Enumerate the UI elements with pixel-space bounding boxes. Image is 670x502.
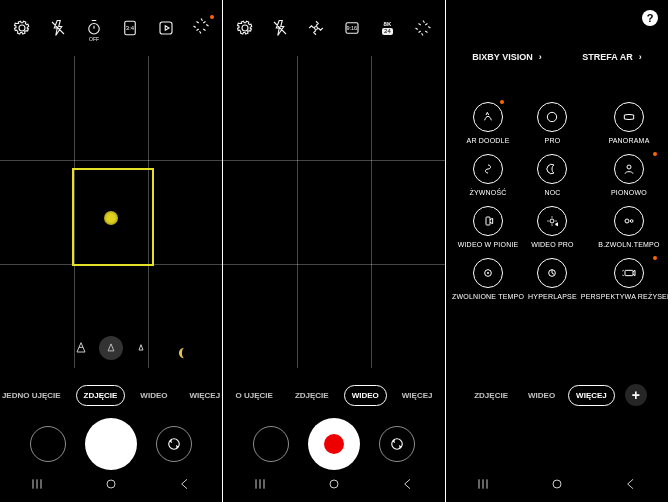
mode-item-wideo-pro[interactable]: WIDEO PRO [528, 206, 577, 248]
settings-icon[interactable] [235, 18, 255, 38]
mode-item-label: HYPERLAPSE [528, 293, 577, 300]
switch-camera-button[interactable] [156, 426, 192, 462]
nav-back-icon[interactable] [623, 476, 639, 496]
mode-item-label: PERSPEKTYWA REŻYSERA [581, 293, 670, 300]
gallery-thumbnail[interactable] [253, 426, 289, 462]
filters-icon[interactable] [413, 18, 433, 38]
svg-point-18 [553, 480, 561, 488]
shutter-row [223, 418, 445, 470]
svg-point-15 [487, 272, 489, 274]
mode-icon [614, 258, 644, 288]
help-icon[interactable]: ? [642, 10, 658, 26]
timer-icon[interactable]: OFF [84, 18, 104, 38]
link-ar-zone[interactable]: STREFA AR › [582, 52, 641, 62]
ratio-icon[interactable]: 9:16 [342, 18, 362, 38]
flash-off-icon[interactable] [270, 18, 290, 38]
super-steady-icon[interactable] [306, 18, 326, 38]
mode-item-label: B.ZWOLN.TEMPO [598, 241, 659, 248]
mode-item-noc[interactable]: NOC [528, 154, 577, 196]
zoom-ultrawide-icon[interactable] [73, 340, 89, 356]
mode-selector[interactable]: O UJĘCIE ZDJĘCIE WIDEO WIĘCEJ [223, 385, 445, 406]
link-label: STREFA AR [582, 52, 632, 62]
switch-camera-button[interactable] [379, 426, 415, 462]
mode-more[interactable]: WIĘCEJ [568, 385, 615, 406]
motion-photo-icon[interactable] [156, 18, 176, 38]
ratio-icon[interactable]: 3:4 [120, 18, 140, 38]
record-button[interactable] [308, 418, 360, 470]
shutter-button[interactable] [85, 418, 137, 470]
zoom-wide-icon[interactable] [99, 336, 123, 360]
mode-item-label: PANORAMA [608, 137, 649, 144]
mode-item-label: AR DOODLE [467, 137, 510, 144]
nav-home-icon[interactable] [103, 476, 119, 496]
link-label: BIXBY VISION [472, 52, 532, 62]
nav-recents-icon[interactable] [475, 476, 491, 496]
mode-photo[interactable]: ZDJĘCIE [288, 386, 336, 405]
viewfinder[interactable] [0, 56, 222, 368]
mode-single-take[interactable]: O UJĘCIE [229, 386, 280, 405]
mode-item-label: ŻYWNOŚĆ [469, 189, 506, 196]
focus-point [104, 211, 118, 225]
mode-icon [473, 258, 503, 288]
nav-home-icon[interactable] [326, 476, 342, 496]
link-bixby-vision[interactable]: BIXBY VISION › [472, 52, 541, 62]
gallery-thumbnail[interactable] [30, 426, 66, 462]
mode-video[interactable]: WIDEO [344, 385, 387, 406]
header-links: BIXBY VISION › STREFA AR › [446, 34, 668, 68]
chevron-right-icon: › [639, 52, 642, 62]
settings-icon[interactable] [12, 18, 32, 38]
camera-more-screen: ? BIXBY VISION › STREFA AR › AR DOODLEPR… [446, 0, 669, 502]
mode-item-label: WIDEO W PIONIE [458, 241, 519, 248]
mode-selector[interactable]: JEDNO UJĘCIE ZDJĘCIE WIDEO WIĘCEJ [0, 385, 222, 406]
nav-back-icon[interactable] [400, 476, 416, 496]
mode-photo[interactable]: ZDJĘCIE [467, 386, 515, 405]
mode-icon [537, 154, 567, 184]
mode-item-wideo-w-pionie[interactable]: WIDEO W PIONIE [452, 206, 524, 248]
top-toolbar: 9:16 8K 24 [223, 0, 445, 56]
camera-photo-screen: OFF 3:4 JEDNO UJĘCIE ZDJĘCIE WIDEO WIĘCE… [0, 0, 223, 502]
add-mode-button[interactable]: + [625, 384, 647, 406]
zoom-tele-icon[interactable] [133, 340, 149, 356]
nav-recents-icon[interactable] [252, 476, 268, 496]
nav-bar [446, 474, 668, 498]
svg-point-13 [630, 220, 633, 223]
nav-home-icon[interactable] [549, 476, 565, 496]
mode-video[interactable]: WIDEO [133, 386, 174, 405]
mode-item-hyperlapse[interactable]: HYPERLAPSE [528, 258, 577, 300]
resolution-label: 8K [384, 21, 392, 28]
camera-video-screen: 9:16 8K 24 O UJĘCIE ZDJĘCIE WIDEO WIĘCEJ [223, 0, 446, 502]
mode-item--ywno-[interactable]: ŻYWNOŚĆ [452, 154, 524, 196]
fps-label: 24 [382, 28, 393, 35]
svg-point-8 [330, 480, 338, 488]
mode-item-label: PRO [545, 137, 561, 144]
nav-back-icon[interactable] [177, 476, 193, 496]
mode-selector[interactable]: ZDJĘCIE WIDEO WIĘCEJ + [446, 384, 668, 406]
mode-icon [537, 102, 567, 132]
filters-icon[interactable] [192, 17, 210, 39]
mode-item-perspektywa-re-ysera[interactable]: PERSPEKTYWA REŻYSERA [581, 258, 670, 300]
ratio-label: 3:4 [126, 25, 134, 31]
mode-icon [614, 154, 644, 184]
svg-rect-10 [486, 217, 490, 225]
mode-photo[interactable]: ZDJĘCIE [76, 385, 126, 406]
mode-single-take[interactable]: JEDNO UJĘCIE [0, 386, 68, 405]
mode-item-panorama[interactable]: PANORAMA [581, 102, 670, 144]
nav-recents-icon[interactable] [29, 476, 45, 496]
mode-item-pionowo[interactable]: PIONOWO [581, 154, 670, 196]
mode-item-zwolnione-tempo[interactable]: ZWOLNIONE TEMPO [452, 258, 524, 300]
viewfinder[interactable] [223, 56, 445, 368]
mode-item-label: NOC [544, 189, 560, 196]
svg-point-5 [315, 27, 318, 30]
modes-grid: AR DOODLEPROPANORAMAŻYWNOŚĆNOCPIONOWOWID… [446, 92, 668, 310]
flash-off-icon[interactable] [48, 18, 68, 38]
mode-icon [614, 206, 644, 236]
resolution-icon[interactable]: 8K 24 [377, 18, 397, 38]
mode-item-label: ZWOLNIONE TEMPO [452, 293, 524, 300]
mode-item-ar-doodle[interactable]: AR DOODLE [452, 102, 524, 144]
svg-rect-17 [625, 270, 633, 275]
mode-item-b-zwoln-tempo[interactable]: B.ZWOLN.TEMPO [581, 206, 670, 248]
mode-more[interactable]: WIĘCEJ [182, 386, 227, 405]
mode-item-pro[interactable]: PRO [528, 102, 577, 144]
mode-more[interactable]: WIĘCEJ [395, 386, 440, 405]
mode-video[interactable]: WIDEO [521, 386, 562, 405]
